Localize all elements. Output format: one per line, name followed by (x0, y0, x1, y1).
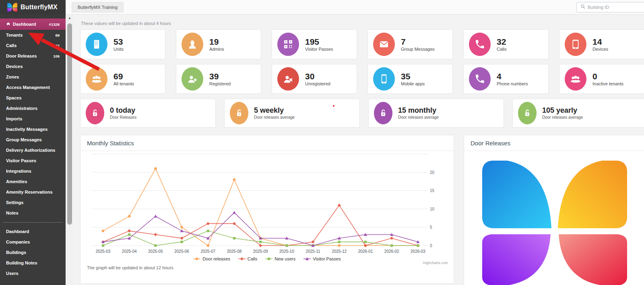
vertical-scrollbar[interactable]: ▲ (66, 14, 73, 285)
door-label: Door releases average (254, 115, 295, 120)
sidebar-item-visitor-passes[interactable]: Visitor Passes (0, 155, 66, 166)
svg-text:2025-12: 2025-12 (332, 249, 347, 254)
sidebar-item-label: Users (6, 271, 19, 276)
svg-text:2025-03: 2025-03 (96, 249, 111, 254)
stat-value: 4 (497, 72, 528, 81)
sidebar-item-calls[interactable]: Calls 32 (0, 40, 66, 51)
stat-label: Calls (497, 47, 506, 52)
stat-label: Phone numbers (497, 81, 528, 86)
sidebar-item-door-releases[interactable]: Door Releases 106 (0, 51, 66, 61)
svg-text:15: 15 (430, 188, 435, 193)
sidebar-item-label: Integrations (6, 169, 31, 173)
chart-title: Monthly Statistics (80, 135, 454, 151)
building-tab[interactable]: ButterflyMX Training (72, 2, 124, 12)
sidebar-item-buildings-secondary[interactable]: Buildings (0, 247, 66, 258)
building-icon (86, 33, 107, 56)
stat-value: 35 (401, 72, 425, 81)
highcharts-credit[interactable]: Highcharts.com (423, 261, 448, 265)
sidebar-item-administrators[interactable]: Administrators (0, 103, 66, 114)
legend-item-new-users[interactable]: New users (265, 256, 295, 261)
sidebar-item-devices[interactable]: Devices (0, 61, 66, 72)
sidebar-item-tenants[interactable]: Tenants 69 (0, 30, 66, 40)
stat-card-phone-numbers: 4 Phone numbers (463, 64, 549, 94)
search-input[interactable] (588, 5, 632, 10)
sidebar-item-imports[interactable]: Imports (0, 114, 66, 124)
sidebar-item-users-secondary[interactable]: Users (0, 268, 66, 279)
door-value: 105 yearly (542, 107, 583, 115)
tablet-icon (565, 33, 586, 56)
door-release-cards-grid: 0 today Door Releases 5 weekly Door rele… (80, 99, 644, 128)
stat-label: Inactive tenants (592, 81, 623, 86)
sidebar-item-label: Administrators (6, 106, 37, 111)
legend-item-visitor-passes[interactable]: Visitor Passes (303, 256, 341, 261)
legend-item-door-releases[interactable]: Door releases (193, 256, 230, 261)
sidebar-item-label: Dashboard (6, 229, 29, 234)
sidebar-item-group-messages[interactable]: Group Messages (0, 134, 66, 145)
sidebar-item-companies-secondary[interactable]: Companies (0, 237, 66, 247)
envelope-icon (373, 33, 395, 56)
legend-label: New users (275, 256, 295, 261)
stat-value: 69 (114, 72, 134, 81)
legend-marker-triangle-icon (303, 257, 311, 261)
sidebar-item-label: Amenities (6, 179, 27, 184)
stat-label: All tenants (114, 81, 134, 86)
sidebar-item-building-notes-secondary[interactable]: Building Notes (0, 258, 66, 268)
brand-header: ButterflyMX (0, 0, 66, 14)
group-icon (565, 67, 586, 91)
sidebar-item-access-management[interactable]: Access Management (0, 82, 66, 93)
stat-card-all-tenants: 69 All tenants (80, 64, 165, 94)
sidebar-item-settings[interactable]: Settings (0, 197, 66, 208)
sidebar-item-amenity-reservations[interactable]: Amenity Reservations (0, 187, 66, 197)
sidebar-item-notes[interactable]: Notes (0, 208, 66, 218)
monthly-statistics-card: Monthly Statistics 051015202025-032025-0… (80, 135, 454, 284)
svg-text:2025-10: 2025-10 (279, 249, 294, 254)
sidebar-item-inactivity-messages[interactable]: Inactivity Messages (0, 124, 66, 134)
svg-text:2025-04: 2025-04 (122, 249, 137, 254)
stat-card-devices: 14 Devices (559, 29, 644, 59)
butterfly-logo-image (464, 161, 644, 285)
svg-text:2025-09: 2025-09 (253, 249, 268, 254)
stat-value: 32 (497, 37, 506, 46)
sidebar-item-label: Amenity Reservations (6, 190, 53, 194)
stat-label: Visitor Passes (305, 47, 333, 52)
lock-open-icon (230, 102, 248, 124)
lock-open-icon (86, 102, 104, 124)
sidebar-item-delivery-authorizations[interactable]: Delivery Authorizations (0, 145, 66, 155)
stat-value: 53 (114, 37, 124, 46)
door-card-door-releases: 0 today Door Releases (80, 99, 216, 128)
butterflymx-logo-icon (7, 3, 17, 12)
stat-card-mobile-apps: 35 Mobile apps (367, 64, 453, 94)
sidebar-item-spaces[interactable]: Spaces (0, 93, 66, 103)
svg-text:10: 10 (430, 207, 435, 211)
update-note: These values will be updated in about 4 … (81, 21, 644, 26)
building-tab-label: ButterflyMX Training (78, 5, 118, 10)
stat-value: 195 (305, 37, 333, 46)
door-card-door-releases-average: 105 yearly Door releases average (512, 99, 644, 128)
scrollbar-thumb[interactable] (67, 23, 72, 225)
sidebar-item-label: Door Releases (6, 54, 37, 58)
legend-marker-square-icon (265, 257, 272, 261)
sidebar-item-zones[interactable]: Zones (0, 72, 66, 82)
stat-value: 14 (592, 37, 608, 46)
main-content: These values will be updated in about 4 … (73, 14, 644, 285)
door-releases-panel: Door Releases (464, 135, 644, 285)
scrollbar-up-arrow[interactable]: ▲ (66, 14, 73, 21)
search-icon (580, 4, 586, 11)
stat-label: Registered (209, 81, 231, 86)
sidebar-item-label: Dashboard (13, 22, 36, 27)
legend-item-calls[interactable]: Calls (238, 256, 257, 261)
sidebar-divider (3, 222, 62, 223)
sidebar-item-amenities[interactable]: Amenities (0, 176, 66, 187)
sidebar-item-integrations[interactable]: Integrations (0, 166, 66, 176)
stat-label: Unregistered (305, 81, 330, 86)
svg-text:2025-11: 2025-11 (306, 249, 320, 254)
building-search (576, 2, 644, 12)
sidebar-item-count: 32 (55, 43, 60, 48)
sidebar-item-dashboard-secondary[interactable]: Dashboard (0, 226, 66, 237)
stat-value: 30 (305, 72, 330, 81)
smartphone-icon (373, 67, 395, 91)
stat-label: Devices (592, 47, 608, 52)
sidebar-item-label: Tenants (6, 33, 23, 37)
svg-text:2026-01: 2026-01 (358, 249, 373, 254)
sidebar-item-dashboard-active[interactable]: Dashboard #1326 (0, 19, 66, 30)
